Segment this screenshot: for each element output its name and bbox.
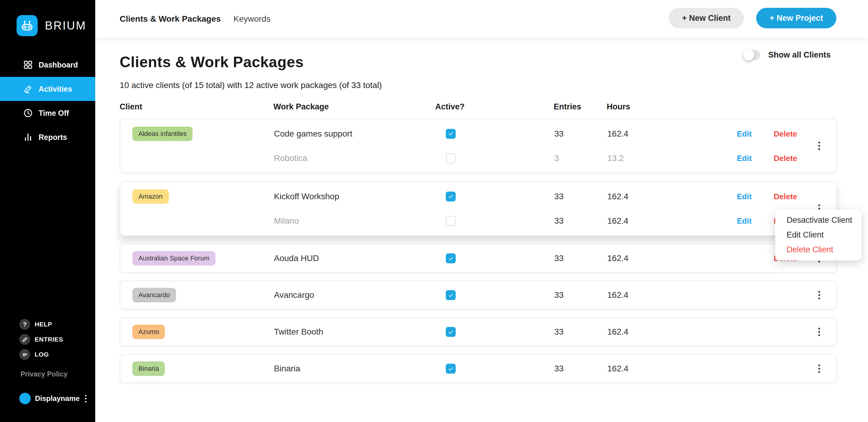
sidebar-item-dashboard[interactable]: Dashboard: [0, 53, 95, 77]
client-badge: Avancardo: [132, 288, 176, 302]
entries-value: 3: [554, 153, 559, 163]
hours-value: 162.4: [607, 192, 628, 201]
hours-value: 162.4: [607, 290, 628, 300]
hours-value: 13.2: [607, 153, 624, 163]
work-package-row: Binaria Binaria 33 162.4: [120, 357, 836, 380]
work-package-row: Amazon Kickoff Workshop 33 162.4 Edit De…: [120, 184, 836, 209]
entries-value: 33: [554, 129, 564, 139]
client-card-australian-space-forum: Australian Space Forum Aouda HUD 33 162.…: [120, 244, 837, 273]
sidebar-item-label: Activities: [38, 85, 72, 93]
column-hours: Hours: [607, 102, 630, 112]
column-entries: Entries: [554, 102, 581, 112]
client-badge: Binaria: [132, 361, 165, 376]
sidebar-item-reports[interactable]: Reports: [0, 125, 95, 149]
client-badge: Azumo: [132, 325, 165, 339]
client-kebab-icon[interactable]: [816, 363, 822, 375]
client-badge: Aldeas infantiles: [132, 127, 193, 141]
active-checkbox[interactable]: [446, 216, 456, 226]
delete-link[interactable]: Delete: [774, 153, 797, 163]
client-card-amazon: Amazon Kickoff Workshop 33 162.4 Edit De…: [120, 181, 837, 236]
client-card-avancardo: Avancardo Avancargo 33 162.4: [120, 281, 837, 309]
active-checkbox[interactable]: [446, 153, 456, 163]
user-row[interactable]: Displayname: [0, 392, 95, 405]
avatar[interactable]: [19, 393, 31, 404]
entries-value: 33: [554, 216, 564, 226]
privacy-policy-link[interactable]: Privacy Policy: [21, 370, 67, 378]
work-package-row: Robotica 3 13.2 Edit Delete: [120, 146, 836, 170]
menu-item-desactivate-client[interactable]: Desactivate Client: [775, 213, 861, 228]
client-kebab-icon[interactable]: [816, 140, 822, 152]
menu-item-delete-client[interactable]: Delete Client: [775, 242, 861, 257]
sidebar-item-activities[interactable]: Activities: [0, 77, 95, 101]
entries-value: 33: [554, 290, 564, 300]
work-package-row: Avancardo Avancargo 33 162.4: [120, 284, 836, 306]
delete-link[interactable]: Delete: [774, 129, 797, 138]
work-package-row: Aldeas infantiles Code games support 33 …: [120, 121, 836, 146]
client-kebab-icon[interactable]: [816, 326, 822, 338]
new-client-button[interactable]: + New Client: [669, 8, 744, 28]
help-label: HELP: [35, 321, 52, 328]
summary-text: 10 active clients (of 15 total) with 12 …: [120, 81, 868, 90]
client-badge: Australian Space Forum: [132, 251, 216, 266]
toggle-knob[interactable]: [743, 49, 754, 61]
active-checkbox[interactable]: [446, 364, 456, 374]
sidebar-link-log[interactable]: LOG: [0, 347, 95, 362]
edit-link[interactable]: Edit: [737, 153, 752, 163]
show-all-clients-label: Show all Clients: [768, 50, 831, 60]
sidebar-item-label: Reports: [38, 133, 67, 142]
active-checkbox[interactable]: [446, 129, 456, 139]
sidebar-item-time-off[interactable]: Time Off: [0, 101, 95, 125]
client-kebab-icon[interactable]: [816, 289, 822, 301]
entries-value: 33: [554, 253, 564, 263]
client-list: Aldeas infantiles Code games support 33 …: [120, 118, 837, 383]
client-badge: Amazon: [132, 189, 169, 204]
table-header: Client Work Package Active? Entries Hour…: [120, 102, 837, 112]
entries-value: 33: [554, 192, 564, 201]
brand[interactable]: BRIUM: [17, 15, 86, 36]
delete-link[interactable]: Delete: [774, 192, 797, 201]
work-package-name: Twitter Booth: [274, 327, 323, 337]
sidebar-footer-links: ? HELP ENTRIES LOG: [0, 317, 95, 362]
column-client: Client: [120, 102, 142, 112]
sidebar-link-help[interactable]: ? HELP: [0, 317, 95, 332]
brand-name: BRIUM: [45, 19, 86, 32]
active-checkbox[interactable]: [446, 191, 456, 201]
tab-keywords[interactable]: Keywords: [234, 14, 271, 24]
pencil-icon: [23, 84, 33, 94]
active-checkbox[interactable]: [446, 327, 456, 337]
dashboard-icon: [23, 60, 33, 70]
log-lines-icon: [19, 349, 30, 360]
hours-value: 162.4: [607, 129, 628, 139]
show-all-clients-toggle[interactable]: [744, 50, 761, 60]
column-active: Active?: [435, 102, 465, 112]
active-checkbox[interactable]: [446, 253, 456, 264]
help-icon: ?: [19, 319, 30, 330]
edit-link[interactable]: Edit: [737, 216, 752, 225]
work-package-name: Aouda HUD: [274, 253, 319, 263]
work-package-name: Avancargo: [274, 290, 314, 300]
work-package-name: Milano: [274, 216, 299, 226]
menu-item-edit-client[interactable]: Edit Client: [775, 228, 861, 242]
active-checkbox[interactable]: [446, 290, 456, 300]
robot-logo-icon: [17, 15, 38, 36]
entries-value: 33: [554, 327, 564, 337]
entries-value: 33: [554, 364, 564, 373]
client-card-azumo: Azumo Twitter Booth 33 162.4: [120, 318, 837, 346]
work-package-name: Kickoff Workshop: [274, 192, 339, 201]
work-package-row: Milano 33 162.4 Edit Delete: [120, 209, 836, 233]
edit-link[interactable]: Edit: [737, 129, 752, 138]
edit-link[interactable]: Edit: [737, 192, 752, 201]
sidebar: BRIUM Dashboard Activities: [0, 0, 95, 422]
hours-value: 162.4: [607, 216, 628, 226]
tab-clients-work-packages[interactable]: Clients & Work Packages: [120, 14, 221, 24]
bar-chart-icon: [23, 132, 33, 142]
work-package-name: Binaria: [274, 364, 300, 373]
client-card-aldeas-infantiles: Aldeas infantiles Code games support 33 …: [120, 118, 837, 173]
column-work-package: Work Package: [273, 102, 329, 112]
new-project-button[interactable]: + New Project: [756, 8, 836, 28]
user-menu-kebab-icon[interactable]: [83, 393, 88, 404]
sidebar-nav: Dashboard Activities Time Off: [0, 53, 95, 149]
sidebar-item-label: Dashboard: [38, 61, 78, 69]
hours-value: 162.4: [607, 327, 628, 337]
sidebar-link-entries[interactable]: ENTRIES: [0, 332, 95, 347]
